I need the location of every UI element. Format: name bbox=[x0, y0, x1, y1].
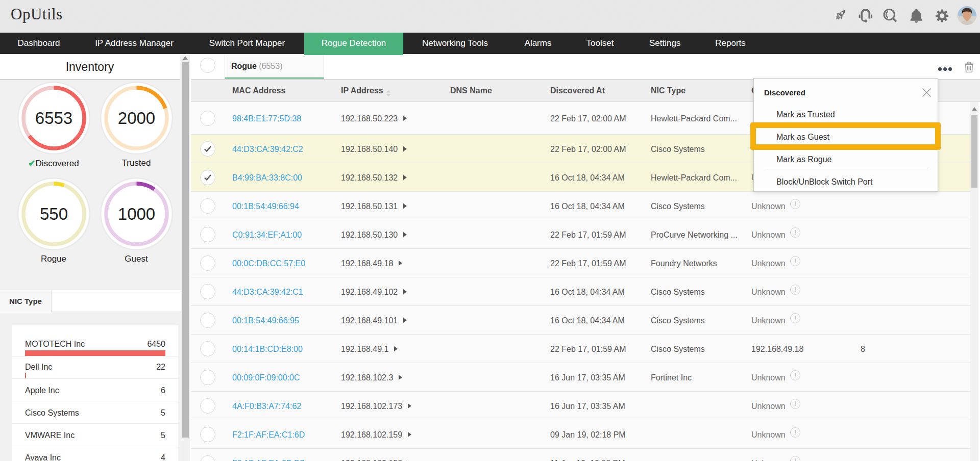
svg-text:6553: 6553 bbox=[35, 109, 72, 127]
svg-text:550: 550 bbox=[40, 204, 68, 223]
svg-text:2000: 2000 bbox=[118, 109, 155, 127]
svg-text:1000: 1000 bbox=[118, 204, 155, 223]
